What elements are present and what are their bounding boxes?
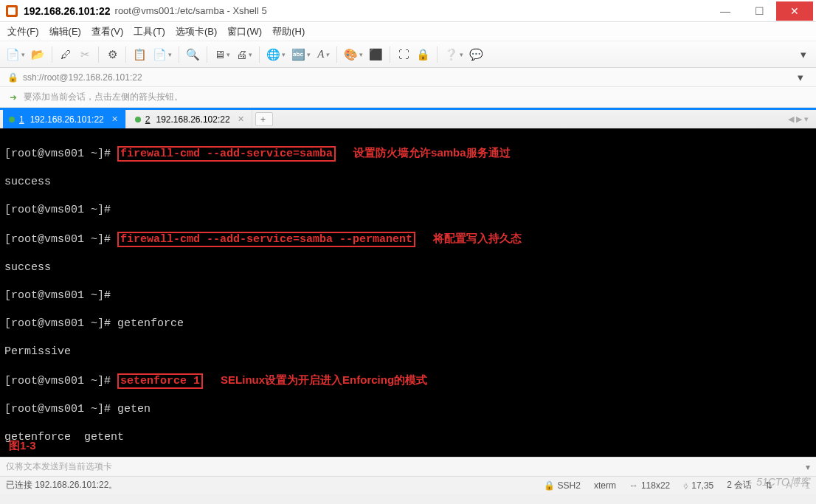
hint-text: 要添加当前会话，点击左侧的箭头按钮。 (24, 91, 183, 103)
resize-icon: ↔ (629, 480, 638, 491)
prompt-cmd: [root@vms001 ~]# geten (4, 402, 812, 416)
app-icon (6, 5, 18, 17)
status-cursor: ⎀17,35 (683, 480, 713, 491)
properties-icon[interactable]: ⚙ (104, 46, 120, 63)
close-button[interactable]: ✕ (776, 1, 813, 21)
tab-label: 192.168.26.102:22 (156, 114, 229, 125)
hint-bar: ➜ 要添加当前会话，点击左侧的箭头按钮。 (0, 87, 816, 108)
menubar: 文件(F) 编辑(E) 查看(V) 工具(T) 选项卡(B) 窗口(W) 帮助(… (0, 22, 816, 41)
separator (125, 46, 126, 63)
status-dot-icon (135, 117, 141, 122)
terminal[interactable]: [root@vms001 ~]# firewall-cmd --add-serv… (0, 128, 816, 457)
menu-view[interactable]: 查看(V) (91, 25, 123, 38)
cmd-firewall-add: firewall-cmd --add-service=samba (117, 146, 336, 162)
prompt: [root@vms001 ~]# (4, 375, 117, 387)
find-icon[interactable]: 🔍 (184, 46, 201, 63)
separator (259, 46, 260, 63)
address-overflow-icon[interactable]: ▾ (792, 69, 809, 86)
status-bar: 已连接 192.168.26.101:22。 🔒SSH2 xterm ↔118x… (0, 476, 816, 494)
copy-icon[interactable]: 📋 (131, 46, 148, 63)
paste-icon[interactable]: 📄 (151, 46, 173, 63)
tab-number: 2 (145, 114, 151, 125)
separator (336, 46, 337, 63)
menu-tabs[interactable]: 选项卡(B) (176, 25, 217, 38)
separator (179, 46, 179, 63)
address-bar: 🔒 ssh://root@192.168.26.101:22 ▾ (0, 68, 816, 87)
lock-icon: 🔒 (544, 480, 555, 491)
tab-number: 1 (19, 114, 24, 125)
output: Permissive (4, 345, 812, 359)
toolbar-overflow-icon[interactable]: ▾ (795, 46, 812, 63)
prompt-cmd: [root@vms001 ~]# getenforce (4, 317, 812, 331)
status-num-icon: 1 (805, 480, 810, 491)
send-input[interactable]: 仅将文本发送到当前选项卡 (6, 460, 806, 473)
send-bar: 仅将文本发送到当前选项卡 ▾ (0, 457, 816, 476)
annotation: 设置防火墙允许samba服务通过 (353, 146, 511, 159)
titlebar: 192.168.26.101:22 root@vms001:/etc/samba… (0, 0, 816, 22)
status-cap-icon: A (786, 480, 792, 491)
output: getenforce getent (4, 430, 812, 444)
feedback-icon[interactable]: 💬 (468, 46, 485, 63)
menu-file[interactable]: 文件(F) (7, 25, 39, 38)
reconnect-icon[interactable]: 🖊 (58, 46, 74, 63)
menu-help[interactable]: 帮助(H) (272, 25, 305, 38)
status-dot-icon (9, 117, 15, 122)
window-buttons: — ☐ ✕ (708, 1, 813, 21)
add-tab-button[interactable]: + (255, 112, 273, 126)
menu-tools[interactable]: 工具(T) (134, 25, 165, 38)
highlight-icon[interactable]: ⬛ (367, 46, 384, 63)
send-target[interactable]: ▾ (806, 462, 810, 472)
prompt: [root@vms001 ~]# (4, 289, 812, 303)
menu-window[interactable]: 窗口(W) (227, 25, 262, 38)
window-title-host: 192.168.26.101:22 (24, 5, 111, 17)
open-icon[interactable]: 📂 (30, 46, 46, 63)
add-session-arrow-icon[interactable]: ➜ (7, 92, 19, 103)
status-sessions: 2 会话 (727, 479, 752, 491)
separator (98, 46, 99, 63)
prompt: [root@vms001 ~]# (4, 233, 117, 246)
lock-small-icon: 🔒 (7, 72, 18, 83)
tab-nav-arrows[interactable]: ◀ ▶ ▾ (788, 110, 813, 128)
separator (437, 46, 438, 63)
annotation: 将配置写入持久态 (433, 232, 522, 244)
menu-edit[interactable]: 编辑(E) (49, 25, 81, 38)
annotation: SELinux设置为开启进入Enforcing的模式 (221, 373, 427, 386)
output: success (4, 175, 812, 189)
encoding-icon[interactable]: 🔤 (290, 46, 312, 63)
output: success (4, 260, 812, 275)
font-icon[interactable]: A (315, 46, 331, 63)
status-connection: 已连接 192.168.26.101:22。 (6, 479, 117, 491)
transfer-icon[interactable]: 🖥 (212, 46, 232, 63)
color-icon[interactable]: 🎨 (342, 46, 364, 63)
separator (207, 46, 207, 63)
fullscreen-icon[interactable]: ⛶ (395, 46, 412, 63)
maximize-button[interactable]: ☐ (742, 1, 776, 21)
window-title-sub: root@vms001:/etc/samba - Xshell 5 (115, 5, 267, 16)
figure-label: 图1-3 (9, 438, 36, 452)
tab-label: 192.168.26.101:22 (30, 114, 104, 125)
address-url[interactable]: ssh://root@192.168.26.101:22 (23, 72, 142, 83)
prompt: [root@vms001 ~]# (4, 148, 117, 160)
help-icon[interactable]: ❔ (443, 46, 465, 63)
toolbar: 📄 📂 🖊 ✂ ⚙ 📋 📄 🔍 🖥 🖨 🌐 🔤 A 🎨 ⬛ ⛶ 🔒 ❔ 💬 ▾ (0, 41, 816, 68)
disconnect-icon[interactable]: ✂ (77, 46, 93, 63)
status-updown-icon[interactable]: ⇅ (765, 480, 772, 491)
new-session-icon[interactable]: 📄 (4, 46, 27, 63)
minimize-button[interactable]: — (708, 1, 742, 21)
status-protocol: 🔒SSH2 (544, 480, 581, 491)
position-icon: ⎀ (683, 480, 688, 491)
tab-strip: 1 192.168.26.101:22 ✕ 2 192.168.26.102:2… (0, 108, 816, 128)
tab-close-icon[interactable]: ✕ (111, 114, 118, 124)
session-tab-1[interactable]: 1 192.168.26.101:22 ✕ (3, 110, 126, 128)
tab-close-icon[interactable]: ✕ (238, 114, 244, 124)
lock-icon[interactable]: 🔒 (415, 46, 432, 63)
cmd-setenforce: setenforce 1 (117, 373, 203, 389)
cmd-firewall-perm: firewall-cmd --add-service=samba --perma… (117, 232, 415, 247)
print-icon[interactable]: 🖨 (235, 46, 254, 63)
status-size: ↔118x22 (629, 480, 670, 491)
separator (52, 46, 52, 63)
prompt: [root@vms001 ~]# (4, 203, 812, 217)
session-tab-2[interactable]: 2 192.168.26.102:22 ✕ (129, 110, 252, 128)
status-termtype: xterm (594, 480, 616, 491)
language-icon[interactable]: 🌐 (265, 46, 287, 63)
